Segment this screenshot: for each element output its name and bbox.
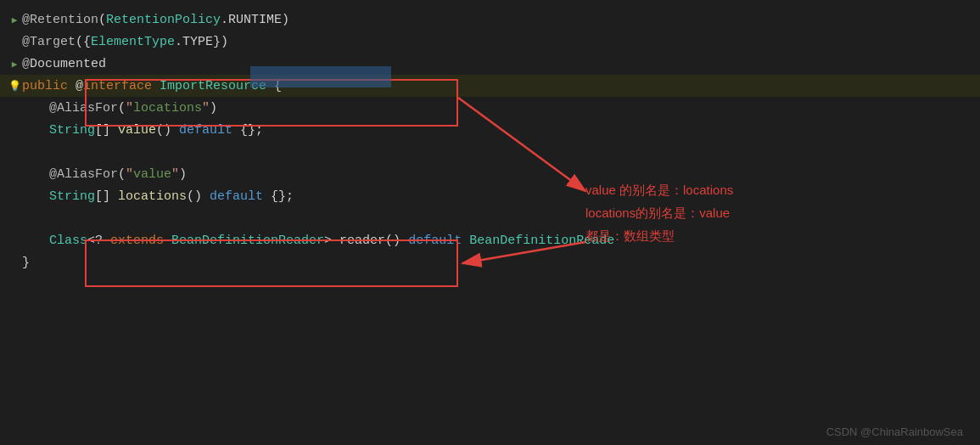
token: String xyxy=(49,123,95,138)
token: @AliasFor xyxy=(49,167,118,182)
token: { xyxy=(83,35,91,49)
token: @ xyxy=(22,57,30,71)
token: ImportResource xyxy=(160,79,266,93)
token: ElementType xyxy=(91,35,175,49)
code-line-5: @AliasFor("locations") xyxy=(0,97,980,119)
code-line-4: 💡 public @interface ImportResource { xyxy=(0,75,980,97)
token: @ xyxy=(76,79,83,93)
annotation-line1: value 的别名是：locations xyxy=(585,178,733,201)
token: default xyxy=(179,123,232,138)
token: {}; xyxy=(263,189,294,204)
token: . xyxy=(175,35,182,49)
gutter-4: 💡 xyxy=(7,80,22,93)
token: @Target xyxy=(22,35,76,49)
code-line-8: @AliasFor("value") xyxy=(0,163,980,185)
token: @AliasFor xyxy=(49,101,118,115)
token: } xyxy=(22,256,30,270)
token: extends xyxy=(110,234,164,248)
token: ) xyxy=(179,167,187,182)
token: value xyxy=(118,123,156,138)
watermark: CSDN @ChinaRainbowSea xyxy=(826,425,963,438)
token: }) xyxy=(213,35,228,49)
token xyxy=(462,234,469,248)
token: <? xyxy=(87,234,110,248)
gutter-1: ▶ xyxy=(7,14,22,25)
token: BeanDefinitionReader xyxy=(171,234,324,248)
code-editor: ▶ @Retention(RetentionPolicy.RUNTIME) @T… xyxy=(0,0,980,445)
code-line-11: Class<? extends BeanDefinitionReader> re… xyxy=(0,229,980,251)
token: Class xyxy=(49,234,87,248)
token: > reader() xyxy=(324,234,408,248)
token xyxy=(164,234,171,248)
token: interface xyxy=(83,79,152,93)
token: ( xyxy=(118,101,126,115)
token: public xyxy=(22,79,76,93)
code-line-6: String[] value() default {}; xyxy=(0,119,980,141)
token: value xyxy=(133,167,171,182)
bulb-icon: 💡 xyxy=(8,80,21,93)
token: @Retention xyxy=(22,13,98,27)
code-line-9: String[] locations() default {}; xyxy=(0,185,980,207)
code-line-12: } xyxy=(0,251,980,273)
code-line-1: ▶ @Retention(RetentionPolicy.RUNTIME) xyxy=(0,8,980,31)
token: ( xyxy=(118,167,126,182)
token: String xyxy=(49,189,95,204)
annotation-line3: 都是：数组类型 xyxy=(585,224,733,247)
arrow-icon-3: ▶ xyxy=(12,59,18,70)
token: Documented xyxy=(30,57,106,71)
token: [] xyxy=(95,189,118,204)
code-line-7 xyxy=(0,141,980,163)
token: " xyxy=(171,167,179,182)
code-line-10 xyxy=(0,207,980,229)
token: " xyxy=(126,167,133,182)
code-line-3: ▶ @Documented xyxy=(0,53,980,75)
annotation-line2: locations的别名是：value xyxy=(585,201,733,224)
token: default xyxy=(210,189,263,204)
token: RetentionPolicy xyxy=(106,13,221,27)
token: () xyxy=(187,189,210,204)
token: default xyxy=(408,234,462,248)
token: ( xyxy=(76,35,83,49)
token: [] xyxy=(95,123,118,138)
token: ( xyxy=(98,13,106,27)
token: TYPE xyxy=(182,35,213,49)
token xyxy=(152,79,160,93)
code-line-2: @Target({ElementType.TYPE}) xyxy=(0,31,980,53)
token: { xyxy=(266,79,282,93)
token: " xyxy=(202,101,210,115)
arrow-icon-1: ▶ xyxy=(12,14,18,25)
token: ) xyxy=(282,13,289,27)
token: " xyxy=(126,101,133,115)
token: . xyxy=(221,13,228,27)
token: {}; xyxy=(232,123,263,138)
token: locations xyxy=(118,189,187,204)
token: () xyxy=(156,123,179,138)
token: ) xyxy=(210,101,217,115)
token: RUNTIME xyxy=(228,13,282,27)
gutter-3: ▶ xyxy=(7,59,22,70)
token: locations xyxy=(133,101,202,115)
annotation-text: value 的别名是：locations locations的别名是：value… xyxy=(585,178,733,247)
